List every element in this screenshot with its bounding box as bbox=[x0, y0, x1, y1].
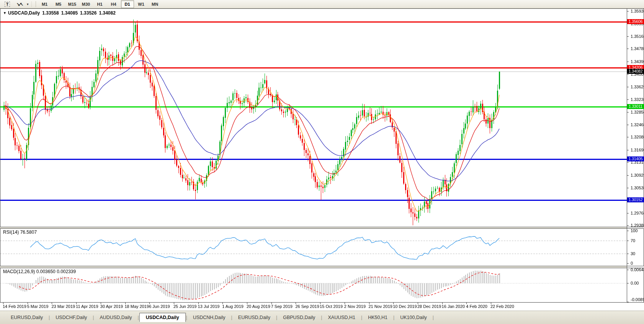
price-tick-label: 1.32850 bbox=[631, 110, 644, 114]
date-tick-label: 20 Aug 2019 bbox=[247, 304, 270, 309]
dropdown-caret-icon[interactable]: ▾ bbox=[26, 2, 29, 6]
price-tick-label: 1.33230 bbox=[631, 97, 644, 102]
chart-tab-usdcad-3[interactable]: USDCAD,Daily bbox=[139, 313, 186, 322]
chart-tab-xauusd-7[interactable]: XAUUSD,H1 bbox=[322, 313, 361, 322]
toolbar-separator bbox=[36, 1, 36, 7]
chart-tab-audusd-2[interactable]: AUDUSD,Daily bbox=[95, 313, 137, 322]
date-tick-label: 2 Nov 2019 bbox=[344, 304, 366, 309]
timeframe-button-m15[interactable]: M15 bbox=[66, 0, 79, 8]
timeframe-button-w1[interactable]: W1 bbox=[135, 0, 148, 8]
timeframe-button-m30[interactable]: M30 bbox=[80, 0, 93, 8]
rsi-value: 76.5807 bbox=[20, 230, 37, 235]
toolbar: T ↘↖ ▾ M1M5M15M30H1H4D1W1MN bbox=[0, 0, 644, 8]
date-tick-label: 23 Mar 2019 bbox=[51, 304, 75, 309]
price-level-badge: 1.31405 bbox=[627, 156, 644, 161]
chart-tab-eurusd-5[interactable]: EURUSD,Daily bbox=[233, 313, 276, 322]
price-tick-label: 1.31690 bbox=[631, 148, 644, 152]
chart-tab-hk50-8[interactable]: HK50,H1 bbox=[363, 313, 393, 322]
macd-signal-value: 0.002339 bbox=[57, 269, 76, 274]
date-tick-label: 15 Oct 2019 bbox=[320, 304, 343, 309]
price-tick-label: 1.30530 bbox=[631, 186, 644, 190]
date-tick-label: 22 Feb 2020 bbox=[490, 304, 514, 309]
rsi-label: RSI(14) 76.5807 bbox=[3, 230, 37, 235]
quote-low: 1.33526 bbox=[80, 10, 96, 16]
price-level-badge: 1.34082 bbox=[627, 69, 644, 74]
date-tick-label: 7 Sep 2019 bbox=[271, 304, 293, 309]
arrange-arrows-button[interactable]: ↘↖ bbox=[14, 0, 25, 8]
symbol-dropdown-icon: ▼ bbox=[3, 11, 7, 15]
date-tick-label: 10 Dec 2019 bbox=[393, 304, 417, 309]
timeframe-button-mn[interactable]: MN bbox=[149, 0, 162, 8]
date-tick-label: 11 Apr 2019 bbox=[76, 304, 98, 309]
macd-tick-label: 0.006448 bbox=[631, 267, 644, 272]
quote-close: 1.34082 bbox=[99, 10, 115, 16]
text-tool-button[interactable]: T bbox=[2, 0, 13, 8]
chart-tab-gbpusd-6[interactable]: GBPUSD,Daily bbox=[278, 313, 320, 322]
price-level-badge: 1.35606 bbox=[627, 19, 644, 24]
price-chart-canvas[interactable] bbox=[0, 0, 644, 324]
price-tick-label: 1.35930 bbox=[631, 9, 644, 13]
chart-symbol-label: USDCAD,Daily bbox=[8, 10, 40, 16]
date-tick-label: 13 Jul 2019 bbox=[198, 304, 220, 309]
timeframe-button-h4[interactable]: H4 bbox=[107, 0, 120, 8]
tab-separator: | bbox=[432, 315, 434, 320]
quote-high: 1.34085 bbox=[61, 10, 78, 16]
macd-tick-label: -0.008982 bbox=[631, 297, 644, 302]
date-tick-label: 30 Apr 2019 bbox=[100, 304, 123, 309]
price-level-badge: 1.33011 bbox=[627, 104, 644, 109]
chart-tab-uk100-9[interactable]: UK100,Daily bbox=[395, 313, 432, 322]
price-tick-label: 1.29380 bbox=[631, 223, 644, 228]
date-tick-label: 26 Sep 2019 bbox=[295, 304, 319, 309]
date-tick-label: 14 Feb 2019 bbox=[3, 304, 26, 309]
price-tick-label: 1.33620 bbox=[631, 85, 644, 89]
rsi-tick-label: 0 bbox=[631, 261, 633, 265]
macd-tick-label: 0.00 bbox=[631, 281, 639, 285]
timeframe-group: M1M5M15M30H1H4D1W1MN bbox=[38, 0, 162, 8]
chart-tab-usdcnh-4[interactable]: USDCNH,Daily bbox=[188, 313, 231, 322]
text-tool-icon: T bbox=[5, 2, 10, 7]
chart-tab-usdchf-1[interactable]: USDCHF,Daily bbox=[50, 313, 92, 322]
price-tick-label: 1.29760 bbox=[631, 211, 644, 215]
price-tick-label: 1.34390 bbox=[631, 59, 644, 64]
date-tick-label: 5 Mar 2019 bbox=[27, 304, 49, 309]
date-tick-label: 25 Jun 2019 bbox=[173, 304, 197, 309]
quote-open: 1.33558 bbox=[42, 10, 59, 16]
macd-label: MACD(12,26,9) 0.003650 0.002339 bbox=[3, 269, 76, 274]
date-tick-label: 21 Nov 2019 bbox=[369, 304, 392, 309]
date-tick-label: 28 Dec 2019 bbox=[417, 304, 441, 309]
arrows-icon: ↘↖ bbox=[16, 2, 23, 7]
toolbar-grip bbox=[31, 1, 33, 7]
price-tick-label: 1.32080 bbox=[631, 135, 644, 139]
date-tick-label: 6 Jun 2019 bbox=[149, 304, 170, 309]
rsi-tick-label: 70 bbox=[631, 238, 635, 243]
timeframe-button-m1[interactable]: M1 bbox=[38, 0, 51, 8]
macd-main-value: 0.003650 bbox=[36, 269, 56, 274]
date-tick-label: 18 May 2019 bbox=[125, 304, 149, 309]
price-tick-label: 1.30920 bbox=[631, 173, 644, 177]
timeframe-button-d1[interactable]: D1 bbox=[121, 0, 134, 8]
date-tick-label: 1 Aug 2019 bbox=[222, 304, 244, 309]
timeframe-button-h1[interactable]: H1 bbox=[93, 0, 106, 8]
date-tick-label: 4 Feb 2020 bbox=[466, 304, 487, 309]
price-tick-label: 1.32460 bbox=[631, 122, 644, 127]
chart-tab-eurusd-0[interactable]: EURUSD,Daily bbox=[5, 313, 48, 322]
rsi-tick-label: 100 bbox=[631, 228, 637, 233]
chart-title: ▼USDCAD,Daily1.335581.340851.335261.3408… bbox=[3, 10, 116, 16]
date-tick-label: 16 Jan 2020 bbox=[442, 304, 465, 309]
price-tick-label: 1.34780 bbox=[631, 46, 644, 51]
chart-tab-bar: EURUSD,Daily|USDCHF,Daily|AUDUSD,Daily|U… bbox=[0, 311, 644, 324]
price-level-badge: 1.30152 bbox=[627, 197, 644, 202]
timeframe-button-m5[interactable]: M5 bbox=[52, 0, 65, 8]
rsi-tick-label: 30 bbox=[631, 251, 635, 256]
price-tick-label: 1.35160 bbox=[631, 34, 644, 39]
